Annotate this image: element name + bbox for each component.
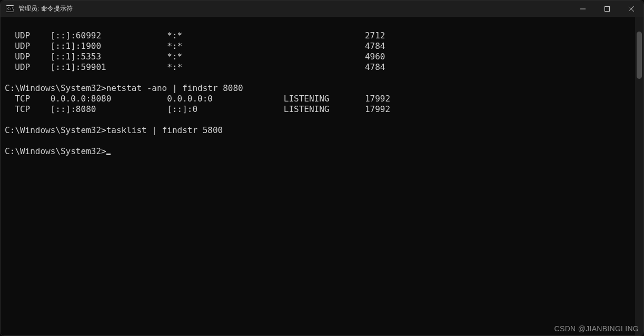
minimize-icon xyxy=(580,6,586,12)
command-line: C:\Windows\System32>netstat -ano | finds… xyxy=(5,83,243,93)
close-icon xyxy=(629,6,634,12)
window-title: 管理员: 命令提示符 xyxy=(18,4,73,13)
output-line: UDP [::]:60992 *:* 2712 xyxy=(5,30,385,40)
output-line: UDP [::1]:1900 *:* 4784 xyxy=(5,41,385,51)
minimize-button[interactable] xyxy=(571,1,595,17)
output-line: TCP [::]:8080 [::]:0 LISTENING 17992 xyxy=(5,104,390,114)
maximize-button[interactable] xyxy=(595,1,619,17)
close-button[interactable] xyxy=(619,1,643,17)
watermark-text: CSDN @JIANBINGLING xyxy=(554,324,639,333)
prompt-line: C:\Windows\System32> xyxy=(5,146,111,156)
scrollbar-thumb[interactable] xyxy=(637,32,642,79)
vertical-scrollbar[interactable] xyxy=(635,17,643,335)
maximize-icon xyxy=(605,6,610,12)
terminal-output[interactable]: UDP [::]:60992 *:* 2712 UDP [::1]:1900 *… xyxy=(5,20,633,335)
cmd-icon: C:\ xyxy=(6,5,14,13)
svg-rect-3 xyxy=(605,6,610,11)
prompt-text: C:\Windows\System32> xyxy=(5,146,106,156)
output-line: TCP 0.0.0.0:8080 0.0.0.0:0 LISTENING 179… xyxy=(5,94,390,104)
command-line: C:\Windows\System32>tasklist | findstr 5… xyxy=(5,125,223,135)
output-line: UDP [::1]:5353 *:* 4960 xyxy=(5,52,385,62)
cmd-window: C:\ 管理员: 命令提示符 UDP [::]:60992 *:* xyxy=(0,0,644,336)
output-line: UDP [::1]:59901 *:* 4784 xyxy=(5,62,385,72)
title-bar[interactable]: C:\ 管理员: 命令提示符 xyxy=(1,1,643,17)
client-area: UDP [::]:60992 *:* 2712 UDP [::1]:1900 *… xyxy=(1,17,643,335)
svg-text:C:\: C:\ xyxy=(7,7,14,11)
cursor-icon xyxy=(106,154,111,155)
